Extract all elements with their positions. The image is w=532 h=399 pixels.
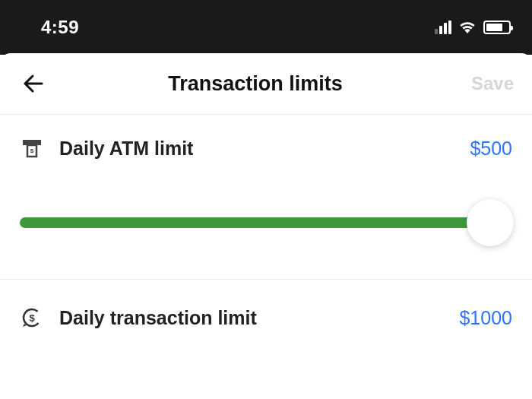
- slider-thumb[interactable]: [467, 199, 514, 246]
- cellular-signal-icon: [435, 21, 451, 34]
- status-icons: [435, 20, 511, 35]
- transaction-limit-section: $ Daily transaction limit $1000: [0, 280, 532, 351]
- transaction-limit-label: Daily transaction limit: [59, 307, 444, 329]
- save-button[interactable]: Save: [471, 73, 514, 94]
- atm-limit-row: $ Daily ATM limit $500: [20, 136, 512, 160]
- atm-limit-section: $ Daily ATM limit $500: [0, 115, 532, 280]
- svg-text:$: $: [29, 312, 35, 324]
- app-container: Transaction limits Save $ Daily ATM limi…: [0, 53, 532, 351]
- app-header: Transaction limits Save: [0, 53, 532, 115]
- atm-icon: $: [20, 136, 44, 160]
- status-time: 4:59: [41, 17, 79, 38]
- page-title: Transaction limits: [40, 72, 471, 96]
- status-bar: 4:59: [0, 0, 532, 55]
- transaction-limit-row: $ Daily transaction limit $1000: [20, 306, 512, 330]
- atm-limit-value: $500: [470, 138, 512, 160]
- slider-track: [20, 217, 512, 228]
- battery-icon: [483, 21, 511, 34]
- atm-limit-label: Daily ATM limit: [59, 138, 454, 160]
- wifi-icon: [458, 20, 477, 35]
- transaction-icon: $: [20, 306, 44, 330]
- atm-limit-slider[interactable]: [20, 201, 512, 244]
- svg-text:$: $: [30, 147, 34, 154]
- transaction-limit-value: $1000: [459, 307, 512, 329]
